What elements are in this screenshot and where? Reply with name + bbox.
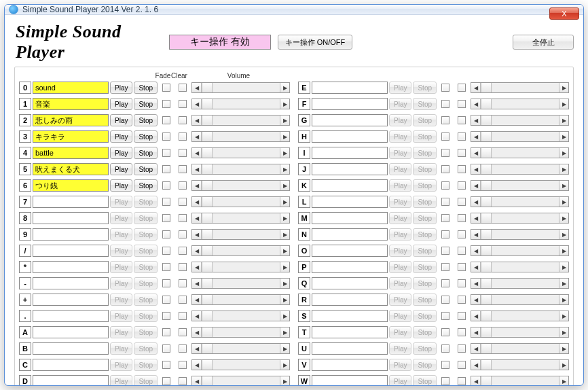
slider-thumb[interactable] [481,213,492,223]
slider-right-icon[interactable]: ▶ [280,197,289,207]
stop-button[interactable]: Stop [134,130,158,143]
fade-checkbox[interactable] [441,116,449,124]
slider-left-icon[interactable]: ◀ [192,116,202,125]
slider-right-icon[interactable]: ▶ [280,164,289,174]
sound-name[interactable]: battle [33,147,109,159]
volume-slider[interactable]: ◀▶ [471,115,569,126]
clear-checkbox[interactable] [179,361,187,369]
slider-track[interactable] [202,148,280,158]
slider-thumb[interactable] [202,360,213,370]
slider-left-icon[interactable]: ◀ [471,230,481,239]
slider-right-icon[interactable]: ▶ [559,181,568,190]
volume-slider[interactable]: ◀▶ [191,115,290,126]
fade-checkbox[interactable] [162,116,170,124]
sound-name[interactable] [33,310,109,322]
stop-button[interactable]: Stop [134,82,158,94]
slider-left-icon[interactable]: ◀ [192,197,202,207]
fade-checkbox[interactable] [162,344,170,353]
slider-right-icon[interactable]: ▶ [559,311,568,321]
slider-right-icon[interactable]: ▶ [280,181,289,190]
slider-left-icon[interactable]: ◀ [471,83,481,92]
slider-track[interactable] [481,164,559,174]
slider-left-icon[interactable]: ◀ [192,213,202,223]
slider-thumb[interactable] [481,164,492,174]
fade-checkbox[interactable] [441,377,449,385]
slider-thumb[interactable] [202,181,213,190]
clear-checkbox[interactable] [179,328,187,336]
slider-right-icon[interactable]: ▶ [280,360,289,370]
slider-left-icon[interactable]: ◀ [192,99,202,109]
clear-checkbox[interactable] [179,214,187,222]
slider-thumb[interactable] [481,99,492,109]
slider-left-icon[interactable]: ◀ [471,262,481,272]
slider-thumb[interactable] [481,311,492,321]
clear-checkbox[interactable] [179,296,187,304]
clear-checkbox[interactable] [458,328,466,336]
slider-track[interactable] [481,99,559,109]
slider-left-icon[interactable]: ◀ [192,230,202,239]
slider-track[interactable] [202,116,280,125]
play-button[interactable]: Play [110,147,132,159]
slider-thumb[interactable] [202,99,213,109]
stop-all-button[interactable]: 全停止 [513,35,574,50]
clear-checkbox[interactable] [458,181,466,190]
slider-left-icon[interactable]: ◀ [471,360,481,370]
slider-left-icon[interactable]: ◀ [471,197,481,207]
sound-name[interactable] [312,196,388,208]
slider-thumb[interactable] [481,230,492,239]
slider-track[interactable] [202,360,280,370]
slider-track[interactable] [481,83,559,92]
sound-name[interactable] [312,375,388,386]
slider-left-icon[interactable]: ◀ [192,376,202,386]
slider-track[interactable] [202,213,280,223]
fade-checkbox[interactable] [162,165,170,173]
slider-right-icon[interactable]: ▶ [280,262,289,272]
slider-thumb[interactable] [481,279,492,288]
slider-right-icon[interactable]: ▶ [280,148,289,158]
slider-track[interactable] [202,197,280,207]
slider-right-icon[interactable]: ▶ [280,344,289,353]
volume-slider[interactable]: ◀▶ [471,294,569,305]
slider-thumb[interactable] [481,344,492,353]
volume-slider[interactable]: ◀▶ [471,343,569,354]
slider-left-icon[interactable]: ◀ [192,164,202,174]
stop-button[interactable]: Stop [134,163,158,175]
volume-slider[interactable]: ◀▶ [191,229,290,240]
play-button[interactable]: Play [110,98,132,110]
slider-left-icon[interactable]: ◀ [471,311,481,321]
fade-checkbox[interactable] [441,344,449,353]
slider-track[interactable] [481,344,559,353]
volume-slider[interactable]: ◀▶ [191,180,290,191]
slider-right-icon[interactable]: ▶ [280,213,289,223]
fade-checkbox[interactable] [162,149,170,157]
slider-track[interactable] [202,132,280,141]
slider-thumb[interactable] [481,262,492,272]
volume-slider[interactable]: ◀▶ [191,82,290,93]
slider-thumb[interactable] [202,83,213,92]
slider-thumb[interactable] [481,181,492,190]
fade-checkbox[interactable] [441,263,449,271]
sound-name[interactable]: つり銭 [33,179,109,192]
volume-slider[interactable]: ◀▶ [471,99,569,109]
slider-thumb[interactable] [481,327,492,337]
volume-slider[interactable]: ◀▶ [471,82,569,93]
clear-checkbox[interactable] [458,247,466,255]
fade-checkbox[interactable] [441,84,449,92]
sound-name[interactable] [312,277,388,289]
sound-name[interactable] [312,310,388,322]
fade-checkbox[interactable] [441,230,449,238]
fade-checkbox[interactable] [441,100,449,108]
sound-name[interactable] [33,359,109,371]
slider-right-icon[interactable]: ▶ [559,360,568,370]
slider-left-icon[interactable]: ◀ [192,327,202,337]
slider-right-icon[interactable]: ▶ [559,230,568,239]
clear-checkbox[interactable] [179,377,187,385]
slider-right-icon[interactable]: ▶ [280,311,289,321]
slider-right-icon[interactable]: ▶ [559,132,568,141]
slider-left-icon[interactable]: ◀ [192,262,202,272]
slider-right-icon[interactable]: ▶ [559,295,568,304]
slider-right-icon[interactable]: ▶ [280,279,289,288]
sound-name[interactable] [312,82,388,94]
slider-track[interactable] [202,164,280,174]
sound-name[interactable]: 音楽 [33,98,109,110]
